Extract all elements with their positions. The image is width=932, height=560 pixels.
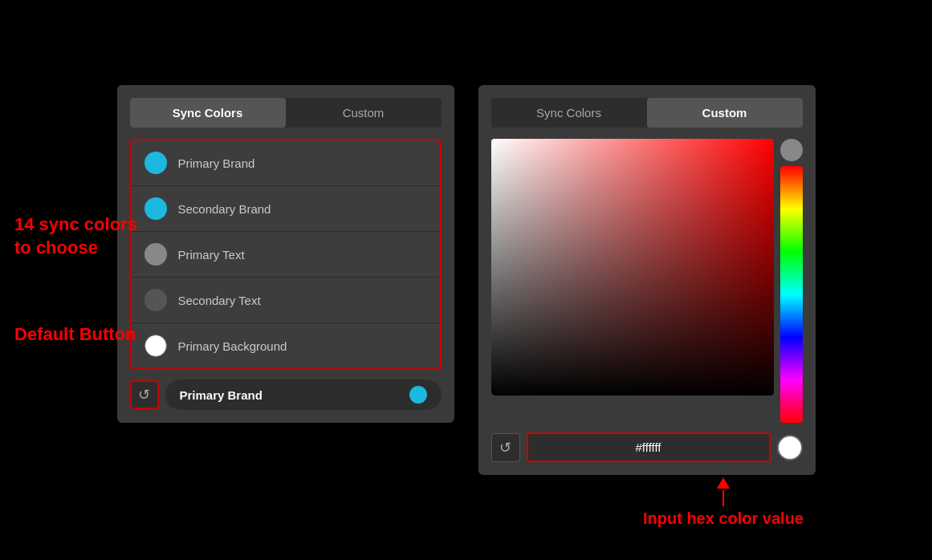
arrow-line (722, 490, 724, 506)
hex-bar: ↺ (491, 432, 803, 462)
right-tab-sync[interactable]: Sync Colors (491, 98, 647, 128)
hex-input[interactable] (527, 432, 771, 462)
right-tab-custom[interactable]: Custom (647, 98, 803, 128)
hue-slider[interactable] (780, 166, 803, 423)
color-label-primary-bg: Primary Background (178, 339, 287, 353)
default-button-annotation: Default Button (14, 323, 137, 347)
right-reset-button[interactable]: ↺ (491, 433, 520, 462)
list-item[interactable]: Secondary Text (132, 278, 440, 323)
panels-container: Sync Colors Custom Primary Brand Seconda… (117, 85, 816, 475)
right-panel: Sync Colors Custom ↺ (478, 85, 816, 475)
color-swatch-secondary-brand (144, 197, 167, 220)
selected-color-pill: Primary Brand (165, 379, 442, 410)
left-tabs: Sync Colors Custom (130, 98, 442, 128)
color-label-secondary-text: Secondary Text (178, 294, 261, 307)
list-item[interactable]: Primary Text (132, 232, 440, 278)
list-item[interactable]: Secondary Brand (132, 186, 440, 232)
hex-annotation-label: Input hex color value (643, 509, 804, 527)
sync-colors-annotation: 14 sync colorsto choose (14, 213, 137, 259)
list-item[interactable]: Primary Background (132, 323, 440, 368)
arrow-up-icon (643, 477, 804, 506)
color-gradient[interactable] (491, 139, 774, 396)
selected-color-name: Primary Brand (180, 388, 263, 402)
right-tabs: Sync Colors Custom (491, 98, 803, 128)
left-panel: Sync Colors Custom Primary Brand Seconda… (117, 85, 454, 423)
left-annotations: 14 sync colorsto choose Default Button (14, 213, 137, 347)
alpha-swatch[interactable] (780, 139, 803, 161)
color-swatch-primary-text (144, 243, 167, 266)
color-picker-area (491, 139, 803, 423)
left-tab-sync[interactable]: Sync Colors (130, 98, 286, 128)
bottom-annotation: Input hex color value (643, 477, 804, 528)
gradient-overlay (491, 139, 774, 396)
color-preview-dot (777, 435, 803, 461)
color-label-secondary-brand: Secondary Brand (178, 202, 271, 216)
color-label-primary-text: Primary Text (178, 248, 245, 262)
selected-color-dot (409, 386, 427, 404)
hue-slider-col (780, 139, 803, 423)
color-label-primary-brand: Primary Brand (178, 156, 255, 170)
list-item[interactable]: Primary Brand (132, 140, 440, 186)
color-swatch-secondary-text (144, 289, 167, 311)
color-list: Primary Brand Secondary Brand Primary Te… (130, 139, 442, 370)
color-swatch-primary-bg (144, 335, 167, 357)
left-bottom-bar: ↺ Primary Brand (130, 379, 442, 410)
reset-button[interactable]: ↺ (130, 380, 159, 409)
color-swatch-primary-brand (144, 152, 167, 174)
left-tab-custom[interactable]: Custom (286, 98, 442, 128)
